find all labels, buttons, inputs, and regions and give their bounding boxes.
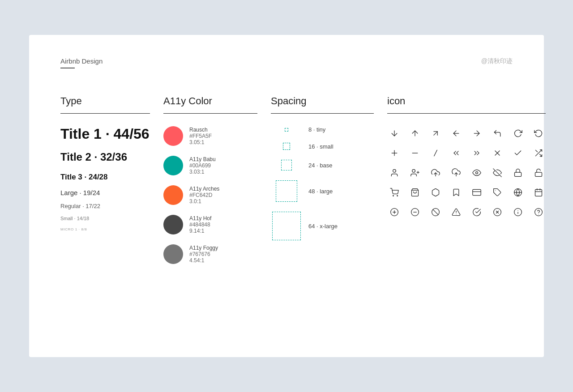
brand: Airbnb Design — [60, 57, 103, 68]
svg-point-25 — [397, 196, 398, 196]
lock-icon — [511, 166, 525, 180]
upload-icon — [449, 166, 463, 180]
color-hex: #FF5A5F — [189, 133, 212, 139]
spacing-item-xlarge: 64 · x-large — [271, 212, 374, 240]
color-name: A11y Babu — [189, 156, 216, 162]
color-swatch-rausch — [163, 126, 183, 146]
spacing-box-tiny — [285, 128, 288, 132]
color-name: Rausch — [189, 127, 212, 133]
arrow-down-icon — [387, 126, 402, 141]
type-title1: Title 1 · 44/56 — [60, 126, 150, 142]
svg-rect-32 — [535, 189, 542, 196]
color-section-title: A11y Color — [163, 95, 257, 114]
svg-rect-27 — [473, 189, 481, 195]
spacing-box-base — [281, 160, 292, 170]
color-info-foggy: A11y Foggy #767676 4.54:1 — [189, 245, 218, 264]
arrow-left-icon — [449, 126, 463, 141]
type-regular: Regular · 17/22 — [60, 203, 150, 209]
type-column: Type Title 1 · 44/56 Title 2 · 32/36 Tit… — [60, 95, 150, 274]
spacing-box-xlarge — [272, 212, 301, 240]
type-micro: MICRO 1 · 8/8 — [60, 227, 150, 231]
color-item-hof: A11y Hof #484848 9.14:1 — [163, 215, 257, 234]
svg-rect-23 — [535, 172, 542, 176]
svg-line-13 — [535, 150, 537, 152]
color-name: A11y Hof — [189, 215, 211, 222]
bookmark-icon — [449, 185, 463, 200]
check-circle-icon — [470, 205, 484, 219]
check-icon — [511, 146, 525, 160]
icon-column: icon — [387, 95, 546, 274]
spacing-item-base: 24 · base — [271, 160, 374, 170]
spacing-item-tiny: 8 · tiny — [271, 126, 374, 133]
spacing-label-xlarge: 64 · x-large — [308, 223, 338, 230]
spacing-box-wrap-xlarge — [271, 212, 302, 240]
color-swatch-babu — [163, 156, 183, 175]
eye-off-icon — [490, 166, 505, 180]
color-column: A11y Color Rausch #FF5A5F 3.05:1 A11y Ba… — [163, 95, 257, 274]
color-swatch-foggy — [163, 244, 183, 264]
color-info-babu: A11y Babu #00A699 3.03:1 — [189, 156, 216, 175]
spacing-label-small: 16 · small — [308, 143, 334, 150]
spacing-box-wrap-tiny — [271, 128, 302, 132]
person-icon — [387, 166, 402, 180]
unlock-icon — [531, 166, 546, 180]
arrow-up-right-icon — [428, 126, 443, 141]
color-item-arches: A11y Arches #FC642D 3.0:1 — [163, 185, 257, 205]
type-small: Small · 14/18 — [60, 216, 150, 221]
svg-rect-22 — [515, 172, 522, 176]
spacing-label-base: 24 · base — [308, 162, 333, 169]
arrow-up-icon — [408, 126, 422, 141]
slash-icon — [428, 146, 443, 160]
color-info-hof: A11y Hof #484848 9.14:1 — [189, 215, 211, 234]
globe-icon — [511, 185, 525, 200]
box-icon — [428, 185, 443, 200]
color-hex: #484848 — [189, 222, 211, 228]
type-large: Large · 19/24 — [60, 189, 150, 196]
svg-point-20 — [476, 172, 478, 174]
spacing-box-small — [283, 143, 290, 150]
color-item-foggy: A11y Foggy #767676 4.54:1 — [163, 244, 257, 264]
double-right-icon — [470, 146, 484, 160]
color-hex: #767676 — [189, 251, 218, 257]
alert-triangle-icon — [449, 205, 463, 219]
spacing-section-title: Spacing — [271, 95, 374, 114]
undo-icon — [490, 126, 505, 141]
color-swatch-hof — [163, 215, 183, 234]
spacing-item-large: 48 · large — [271, 180, 374, 202]
color-hex: #00A699 — [189, 162, 216, 169]
watermark: @清秋印迹 — [481, 57, 513, 65]
double-left-icon — [449, 146, 463, 160]
calendar-icon — [531, 185, 546, 200]
spacing-column: Spacing 8 · tiny 16 · small 24 · base — [271, 95, 374, 274]
plus-icon — [387, 146, 402, 160]
svg-line-42 — [433, 209, 438, 215]
arrow-right-icon — [470, 126, 484, 141]
color-ratio: 3.0:1 — [189, 198, 219, 205]
icon-section-title: icon — [387, 95, 546, 114]
slash-circle-icon — [428, 205, 443, 219]
brand-divider — [60, 68, 75, 68]
shuffle-icon — [531, 146, 546, 160]
svg-line-8 — [434, 150, 437, 156]
header: Airbnb Design @清秋印迹 — [60, 57, 513, 68]
color-hex: #FC642D — [189, 192, 219, 198]
person-add-icon — [408, 166, 422, 180]
tag-icon — [490, 185, 505, 200]
color-info-rausch: Rausch #FF5A5F 3.05:1 — [189, 127, 212, 145]
credit-card-icon — [470, 185, 484, 200]
spacing-box-wrap-base — [271, 160, 302, 170]
spacing-box-wrap-small — [271, 143, 302, 150]
color-ratio: 4.54:1 — [189, 257, 218, 264]
brand-title: Airbnb Design — [60, 57, 103, 65]
close-icon — [490, 146, 505, 160]
type-title2: Title 2 · 32/36 — [60, 151, 150, 164]
spacing-label-large: 48 · large — [308, 188, 333, 195]
color-ratio: 3.03:1 — [189, 169, 216, 175]
minus-icon — [408, 146, 422, 160]
svg-point-14 — [393, 170, 396, 173]
spacing-box-wrap-large — [271, 180, 302, 202]
content-columns: Type Title 1 · 44/56 Title 2 · 32/36 Tit… — [60, 95, 513, 274]
rotate-icon — [531, 126, 546, 141]
shopping-bag-icon — [408, 185, 422, 200]
svg-point-24 — [393, 196, 394, 196]
